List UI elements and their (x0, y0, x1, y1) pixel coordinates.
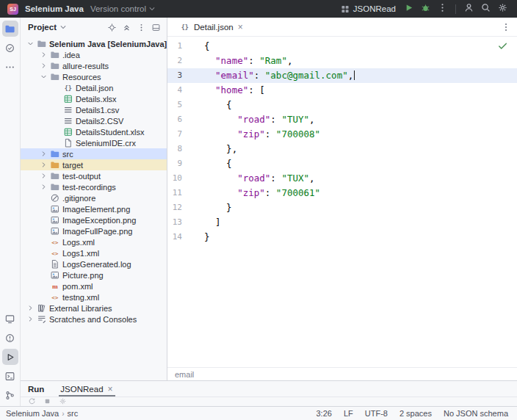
line-number[interactable]: 6 (167, 112, 192, 127)
run-window-title[interactable]: Run (28, 385, 44, 394)
close-tab-icon[interactable]: × (237, 23, 244, 32)
problems-tool-button[interactable] (2, 330, 18, 346)
code-line-10[interactable]: 10 "road": "TUX", (167, 171, 517, 186)
chevron-down-icon[interactable] (25, 39, 35, 48)
chevron-right-icon[interactable] (38, 160, 48, 170)
status-breadcrumb-src[interactable]: src (68, 409, 79, 418)
tree-item-pom-xml[interactable]: mpom.xml (21, 280, 167, 292)
tree-item-testng-xml[interactable]: <>testng.xml (21, 292, 167, 303)
line-number[interactable]: 1 (167, 39, 192, 54)
chevron-down-icon[interactable] (38, 72, 48, 82)
editor-tab-detail-json[interactable]: {} Detail.json × (175, 18, 248, 36)
chevron-right-icon[interactable] (38, 50, 48, 59)
line-number[interactable]: 4 (167, 83, 192, 98)
tree-item-src[interactable]: src (21, 148, 167, 159)
tree-item-resources[interactable]: Resources (21, 71, 167, 82)
settings-button[interactable] (496, 2, 510, 16)
code-line-8[interactable]: 8 }, (167, 142, 517, 156)
line-number[interactable]: 9 (167, 156, 192, 171)
tree-item-selenium-java-seleniumjava[interactable]: Selenium Java [SeleniumJava]~/IdeaProj (21, 38, 167, 49)
chevron-right-icon[interactable] (38, 61, 48, 70)
tree-item-idea[interactable]: .idea (21, 49, 167, 60)
line-number[interactable]: 14 (167, 230, 192, 245)
line-number[interactable]: 10 (167, 171, 192, 186)
status-breadcrumb-selenium-java[interactable]: Selenium Java (6, 409, 59, 418)
code-line-12[interactable]: 12 } (167, 200, 517, 215)
status-item-2-spaces[interactable]: 2 spaces (400, 409, 432, 418)
tree-item-imagefullpage-png[interactable]: ImageFullPage.png (21, 225, 167, 236)
tree-item-detailsstudent-xlsx[interactable]: DetailsStudent.xlsx (21, 126, 167, 137)
tree-item-logs-xml[interactable]: <>Logs.xml (21, 236, 167, 247)
tree-item-details2-csv[interactable]: Details2.CSV (21, 115, 167, 126)
code-line-1[interactable]: 1{ (167, 39, 517, 54)
code-line-4[interactable]: 4 "home": [ (167, 83, 517, 98)
tree-item-logsgenerated-log[interactable]: LogsGenerated.log (21, 258, 167, 269)
chevron-right-icon[interactable] (25, 303, 35, 313)
editor-options-icon[interactable] (499, 21, 513, 34)
chevron-right-icon[interactable] (25, 314, 35, 324)
tree-item-allure-results[interactable]: allure-results (21, 60, 167, 71)
code-line-7[interactable]: 7 "zip": "700008" (167, 127, 517, 142)
rerun-icon[interactable] (28, 397, 37, 406)
chevron-right-icon[interactable] (38, 171, 48, 181)
code-line-3[interactable]: 3 "email": "abc@gmail.com", (167, 68, 517, 83)
tree-item-detail-json[interactable]: {}Detail.json (21, 82, 167, 93)
tree-item-test-output[interactable]: test-output (21, 170, 167, 181)
debug-button[interactable] (419, 2, 433, 16)
line-number[interactable]: 13 (167, 215, 192, 230)
project-tool-button[interactable] (2, 21, 18, 37)
run-button[interactable] (402, 2, 416, 16)
line-number[interactable]: 7 (167, 127, 192, 142)
terminal-tool-button[interactable] (2, 368, 18, 384)
settings-small-icon[interactable] (59, 397, 68, 406)
breadcrumb-item-email[interactable]: email (175, 370, 194, 379)
services-tool-button[interactable] (2, 311, 18, 327)
tree-item-gitignore[interactable]: .gitignore (21, 192, 167, 203)
project-name[interactable]: Selenium Java (25, 4, 84, 13)
code-line-11[interactable]: 11 "zip": "700061" (167, 186, 517, 200)
version-control-tool-button[interactable] (2, 387, 18, 403)
code-line-5[interactable]: 5 { (167, 98, 517, 112)
status-item-3-26[interactable]: 3:26 (317, 409, 332, 418)
project-logo[interactable]: SJ (7, 4, 18, 15)
line-number[interactable]: 3 (167, 68, 192, 83)
line-number[interactable]: 12 (167, 200, 192, 215)
more-actions-button[interactable] (435, 2, 449, 16)
code-line-13[interactable]: 13 ] (167, 215, 517, 230)
locate-icon[interactable] (106, 21, 118, 34)
line-number[interactable]: 11 (167, 186, 192, 200)
status-item-lf[interactable]: LF (344, 409, 353, 418)
inspections-ok-icon[interactable] (497, 40, 508, 51)
tree-item-imageelement-png[interactable]: ImageElement.png (21, 203, 167, 214)
tree-item-scratches-and-consoles[interactable]: Scratches and Consoles (21, 314, 167, 325)
more-tool-windows-tool-button[interactable] (2, 59, 18, 75)
code-line-14[interactable]: 14} (167, 230, 517, 245)
tree-item-external-libraries[interactable]: External Libraries (21, 303, 167, 314)
tree-item-details-xlsx[interactable]: Details.xlsx (21, 93, 167, 104)
search-everywhere-button[interactable] (479, 2, 493, 16)
more-vertical-icon[interactable] (135, 21, 148, 34)
tree-item-test-recordings[interactable]: test-recordings (21, 181, 167, 192)
line-number[interactable]: 8 (167, 142, 192, 156)
status-item-utf-8[interactable]: UTF-8 (365, 409, 388, 418)
tree-item-seleniumide-crx[interactable]: SeleniumIDE.crx (21, 137, 167, 148)
code-line-6[interactable]: 6 "road": "TUY", (167, 112, 517, 127)
stop-icon[interactable] (43, 397, 52, 406)
chevron-right-icon[interactable] (38, 149, 48, 159)
close-run-tab-icon[interactable]: × (107, 385, 114, 394)
tree-item-target[interactable]: target (21, 159, 167, 170)
code-with-me-button[interactable] (462, 2, 476, 16)
project-view-selector[interactable]: Project (28, 23, 68, 32)
hide-panel-icon[interactable] (150, 21, 162, 34)
run-tab-jsonread[interactable]: JSONRead × (54, 381, 119, 397)
line-number[interactable]: 2 (167, 54, 192, 68)
code-line-2[interactable]: 2 "name": "Ram", (167, 54, 517, 68)
tree-item-logs1-xml[interactable]: <>Logs1.xml (21, 247, 167, 258)
run-tool-button[interactable] (2, 349, 18, 365)
tree-item-imageexception-png[interactable]: ImageException.png (21, 214, 167, 225)
chevron-right-icon[interactable] (38, 182, 48, 192)
line-number[interactable]: 5 (167, 98, 192, 112)
commit-tool-button[interactable] (2, 40, 18, 56)
code-line-9[interactable]: 9 { (167, 156, 517, 171)
run-config-selector[interactable]: JSONRead (337, 3, 399, 15)
